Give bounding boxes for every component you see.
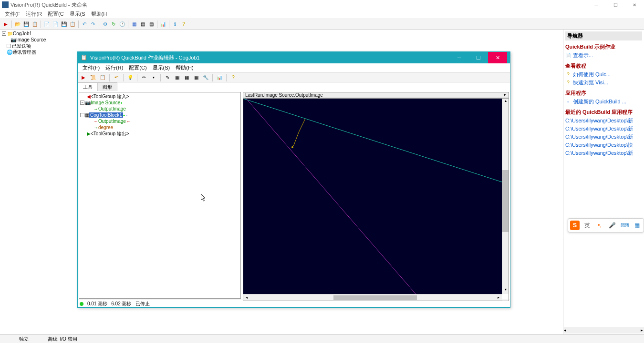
recent-link-3[interactable]: C:\Users\lilywang\Desktop\新 [565,133,642,141]
recent-link-4[interactable]: C:\Users\lilywang\Desktop\快 [565,141,642,149]
child-maximize-button[interactable]: ☐ [469,52,488,63]
right-panel-hscroll[interactable]: ◂ ▸ [563,327,644,333]
run-icon[interactable]: ▶ [80,74,87,81]
menu-file[interactable]: 文件(F [2,10,23,18]
recent-link-1[interactable]: C:\Users\lilywang\Desktop\新 [565,117,642,125]
tab-tools[interactable]: 工具 [78,82,98,91]
scroll-right-icon[interactable]: ▸ [641,328,643,333]
tree-root[interactable]: − 📁 CogJob1 [1,30,75,37]
run-icon[interactable]: ▶ [2,20,10,28]
tree-outputs[interactable]: ▶ <ToolGroup 输出> [80,131,239,137]
howto-link[interactable]: ? 如何使用 Quic... [565,71,642,79]
scroll-thumb[interactable] [333,295,417,300]
wand-icon[interactable]: ✏ [140,74,148,81]
scroll-right-icon[interactable]: ▸ [495,294,502,301]
child-menu-config[interactable]: 配置(C) [126,64,149,71]
grid-icon[interactable]: ▦ [130,20,138,28]
new-app-link[interactable]: ▫ 创建新的 QuickBuild ... [565,98,642,106]
help-icon[interactable]: ? [180,20,187,28]
chart-icon[interactable]: 📊 [159,20,167,28]
tool-icon-2[interactable]: 📄 [52,20,59,28]
expand-icon[interactable]: − [2,31,6,36]
grid1-icon[interactable]: ▦ [173,74,181,81]
link-icon[interactable]: ⚙ [101,20,109,28]
copy-icon[interactable]: 📋 [99,74,106,81]
help-icon[interactable]: ? [229,74,237,81]
table-icon-1[interactable]: ▤ [139,20,146,28]
ime-mic-icon[interactable]: 🎤 [607,221,617,230]
dropdown-icon[interactable]: ▼ [150,74,157,81]
tool-icon-1[interactable]: 📄 [43,20,51,28]
tree-cog-tool-block[interactable]: − ▦ CogToolBlock1 ● ⌐ [80,112,239,118]
maximize-button[interactable]: ☐ [606,0,625,10]
grid3-icon[interactable]: ▦ [192,74,200,81]
ime-punct-icon[interactable]: •, [595,221,604,230]
menu-config[interactable]: 配置(C [45,10,67,18]
main-tree: − 📁 CogJob1 📷 Image Source − 已发送项 🌐 通讯管理… [0,30,76,334]
child-close-button[interactable]: ✕ [488,52,507,63]
tree-image-source[interactable]: 📷 Image Source [1,37,75,43]
scroll-left-icon[interactable]: ◂ [243,294,250,301]
browse-link[interactable]: ? 快速浏览 Visi... [565,79,642,87]
menu-help[interactable]: 帮助(H [88,10,110,18]
menu-display[interactable]: 显示(S [67,10,88,18]
scroll-up-icon[interactable]: ▴ [502,99,509,105]
ime-lang-button[interactable]: 英 [582,221,592,230]
ime-toolbar[interactable]: S 英 •, 🎤 ⌨ ▦ [568,218,644,232]
tree-comm[interactable]: 🌐 通讯管理器 [1,49,75,55]
expand-icon[interactable]: − [7,44,11,48]
collapse-icon[interactable]: − [80,101,84,105]
child-menu-run[interactable]: 运行(R) [103,64,126,71]
arrow-right-icon: → [93,106,98,111]
recent-link-5[interactable]: C:\Users\lilywang\Desktop\新 [565,149,642,157]
grid2-icon[interactable]: ▦ [183,74,190,81]
redo-icon[interactable]: ↷ [89,20,97,28]
edit-icon[interactable]: ✎ [164,74,171,81]
tree-inputs[interactable]: ◀ <ToolGroup 输入> [80,93,239,100]
tree-posted[interactable]: − 已发送项 [1,43,75,49]
child-menu-display[interactable]: 显示(S) [150,64,173,71]
undo-icon[interactable]: ↶ [113,74,120,81]
copy-icon[interactable]: 📋 [31,20,39,28]
table-icon-2[interactable]: ▤ [147,20,155,28]
dropdown-icon[interactable]: ▼ [503,93,507,97]
new-icon: ▫ [565,99,571,105]
wrench-icon[interactable]: 🔧 [202,74,209,81]
ime-logo-icon[interactable]: S [570,221,580,230]
undo-icon[interactable]: ↶ [81,20,88,28]
image-canvas[interactable] [243,99,502,299]
chart-icon[interactable]: 📊 [216,74,223,81]
horizontal-scrollbar[interactable]: ◂ ▸ [243,294,502,301]
close-button[interactable]: ✕ [625,0,644,10]
ime-grid-icon[interactable]: ▦ [632,221,642,230]
child-titlebar[interactable]: 📋 VisionPro(R) QuickBuild 作业编辑器 - CogJob… [78,52,510,63]
minimize-button[interactable]: ─ [587,0,606,10]
script-icon[interactable]: 📜 [89,74,97,81]
tree-image-source[interactable]: − 📷 Image Source ● [80,100,239,106]
lightbulb-icon[interactable]: 💡 [126,74,134,81]
clock-icon[interactable]: 🕐 [118,20,126,28]
refresh-icon[interactable]: ↻ [110,20,117,28]
collapse-icon[interactable]: − [80,113,84,117]
scroll-left-icon[interactable]: ◂ [564,328,566,333]
open-icon[interactable]: 📂 [14,20,21,28]
vertical-scrollbar[interactable]: ▴ ▾ [502,99,509,294]
scroll-thumb[interactable] [502,170,509,232]
save-icon[interactable]: 💾 [22,20,30,28]
tool-icon-3[interactable]: 💾 [60,20,68,28]
tool-icon-4[interactable]: 📋 [69,20,76,28]
menu-run[interactable]: 运行(R [23,10,45,18]
tree-output-image-2[interactable]: ← OutputImage ← [80,118,239,124]
tree-output-image-1[interactable]: → OutputImage [80,106,239,112]
tab-graphics[interactable]: 图形 [97,82,117,91]
tree-degree[interactable]: → degree [80,124,239,131]
scroll-down-icon[interactable]: ▾ [502,287,509,294]
child-minimize-button[interactable]: ─ [450,52,469,63]
ime-keyboard-icon[interactable]: ⌨ [620,221,629,230]
view-samples-link[interactable]: 📄 查看示... [565,51,642,60]
info-icon[interactable]: ℹ [171,20,179,28]
recent-link-2[interactable]: C:\Users\lilywang\Desktop\新 [565,125,642,133]
child-menu-file[interactable]: 文件(F) [80,64,103,71]
image-selector[interactable]: LastRun.Image Source.OutputImage ▼ [243,92,509,98]
child-menu-help[interactable]: 帮助(H) [173,64,196,71]
